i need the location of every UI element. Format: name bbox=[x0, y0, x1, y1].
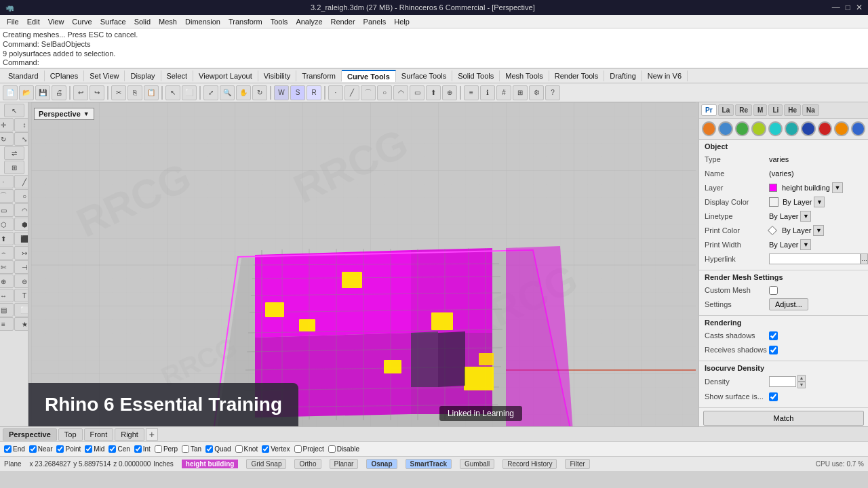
linetype-dropdown[interactable]: ▼ bbox=[800, 211, 811, 222]
color-btn-green[interactable] bbox=[735, 121, 749, 136]
extrude-left[interactable]: ⬆ bbox=[0, 232, 14, 245]
snap-project[interactable]: Project bbox=[294, 445, 324, 453]
filter-btn[interactable]: Filter bbox=[565, 459, 589, 469]
menu-item-analyze[interactable]: Analyze bbox=[292, 16, 326, 27]
print-width-dropdown[interactable]: ▼ bbox=[800, 239, 811, 250]
grid-icon[interactable]: # bbox=[496, 85, 511, 100]
menu-item-help[interactable]: Help bbox=[390, 16, 414, 27]
layer-icon[interactable]: ≡ bbox=[464, 85, 479, 100]
array-tool[interactable]: ⊞ bbox=[4, 161, 24, 174]
print-color-dropdown[interactable]: ▼ bbox=[813, 225, 824, 236]
offset-tool[interactable]: ↣ bbox=[14, 246, 28, 260]
view-tab-perspective[interactable]: Perspective bbox=[3, 428, 57, 441]
snap-checkbox-point[interactable] bbox=[56, 445, 64, 453]
paste-icon[interactable]: 📋 bbox=[144, 85, 159, 100]
menu-item-edit[interactable]: Edit bbox=[23, 16, 44, 27]
layer-dropdown-btn[interactable]: ▼ bbox=[832, 182, 843, 193]
toolbar-tab-curve-tools[interactable]: Curve Tools bbox=[342, 70, 396, 82]
gumball-tool[interactable]: ↕ bbox=[14, 118, 28, 131]
menu-item-mesh[interactable]: Mesh bbox=[155, 16, 181, 27]
named-left[interactable]: ★ bbox=[14, 317, 28, 331]
snap-checkbox-tan[interactable] bbox=[182, 445, 189, 453]
curve-draw[interactable]: ⌒ bbox=[0, 189, 14, 203]
help-icon[interactable]: ? bbox=[545, 85, 560, 100]
receives-shadows-checkbox[interactable] bbox=[769, 346, 778, 354]
snap-checkbox-int[interactable] bbox=[134, 445, 142, 453]
snap-knot[interactable]: Knot bbox=[235, 445, 258, 453]
settings-icon[interactable]: ⚙ bbox=[529, 85, 544, 100]
density-down[interactable]: ▼ bbox=[797, 382, 806, 388]
toolbar-tab-mesh-tools[interactable]: Mesh Tools bbox=[500, 70, 549, 81]
view-tab-top[interactable]: Top bbox=[58, 428, 83, 441]
snap-checkbox-vertex[interactable] bbox=[262, 445, 269, 453]
toolbar-tab-drafting[interactable]: Drafting bbox=[604, 70, 642, 81]
select-tool[interactable]: ↖ bbox=[4, 104, 24, 117]
snap-checkbox-disable[interactable] bbox=[328, 445, 336, 453]
snap-checkbox-perp[interactable] bbox=[155, 445, 162, 453]
select-icon[interactable]: ↖ bbox=[165, 85, 180, 100]
boolean-icon[interactable]: ⊕ bbox=[442, 85, 457, 100]
solid-draw[interactable]: ⬢ bbox=[14, 218, 28, 231]
toolbar-tab-visibility[interactable]: Visibility bbox=[258, 70, 297, 81]
point-draw[interactable]: · bbox=[0, 175, 14, 188]
viewport-dropdown-icon[interactable]: ▼ bbox=[83, 110, 90, 117]
close-button[interactable]: ✕ bbox=[856, 3, 863, 12]
snap-vertex[interactable]: Vertex bbox=[262, 445, 290, 453]
zoom-window-icon[interactable]: 🔍 bbox=[220, 85, 235, 100]
panel-tab-la[interactable]: La bbox=[718, 104, 734, 116]
hyperlink-browse-btn[interactable]: … bbox=[861, 253, 868, 264]
custom-mesh-checkbox[interactable] bbox=[769, 286, 778, 295]
ortho-btn[interactable]: Ortho bbox=[294, 459, 321, 469]
hyperlink-input[interactable] bbox=[769, 253, 861, 264]
color-btn-orange2[interactable] bbox=[834, 121, 848, 136]
density-input[interactable]: 1 bbox=[769, 376, 796, 387]
menu-item-render[interactable]: Render bbox=[327, 16, 359, 27]
extrude-icon[interactable]: ⬆ bbox=[426, 85, 441, 100]
snap-quad[interactable]: Quad bbox=[205, 445, 231, 453]
gumball-btn[interactable]: Gumball bbox=[460, 459, 494, 469]
snap-checkbox-cen[interactable] bbox=[108, 445, 116, 453]
window-select-icon[interactable]: ⬜ bbox=[182, 85, 197, 100]
minimize-button[interactable]: — bbox=[832, 3, 840, 12]
save-icon[interactable]: 💾 bbox=[35, 85, 50, 100]
adjust-button[interactable]: Adjust... bbox=[769, 298, 808, 310]
text-tool[interactable]: T bbox=[14, 289, 28, 302]
circle-draw[interactable]: ○ bbox=[14, 189, 28, 203]
snap-near[interactable]: Near bbox=[29, 445, 53, 453]
layer-left[interactable]: ≡ bbox=[0, 317, 14, 331]
snap-checkbox-near[interactable] bbox=[29, 445, 37, 453]
toolbar-tab-set-view[interactable]: Set View bbox=[84, 70, 125, 81]
panel-tab-na[interactable]: Na bbox=[802, 104, 819, 116]
color-btn-teal[interactable] bbox=[785, 121, 799, 136]
menu-item-transform[interactable]: Transform bbox=[224, 16, 267, 27]
polyline-icon[interactable]: ⌒ bbox=[361, 85, 376, 100]
toolbar-tab-viewport-layout[interactable]: Viewport Layout bbox=[193, 70, 258, 81]
pan-icon[interactable]: ✋ bbox=[236, 85, 251, 100]
menu-item-solid[interactable]: Solid bbox=[130, 16, 155, 27]
properties-icon[interactable]: ℹ bbox=[480, 85, 495, 100]
copy-icon[interactable]: ⎘ bbox=[127, 85, 142, 100]
redo-icon[interactable]: ↪ bbox=[90, 85, 104, 100]
undo-icon[interactable]: ↩ bbox=[73, 85, 88, 100]
move-tool[interactable]: ✛ bbox=[0, 118, 14, 131]
shaded-icon[interactable]: S bbox=[290, 85, 305, 100]
toolbar-tab-render-tools[interactable]: Render Tools bbox=[549, 70, 605, 81]
toolbar-tab-solid-tools[interactable]: Solid Tools bbox=[452, 70, 500, 81]
panel-tab-pr[interactable]: Pr bbox=[701, 104, 717, 116]
gridsnap-btn[interactable]: Grid Snap bbox=[246, 459, 286, 469]
snap-cen[interactable]: Cen bbox=[108, 445, 130, 453]
color-btn-cyan[interactable] bbox=[768, 121, 783, 136]
show-surface-checkbox[interactable] bbox=[769, 392, 778, 401]
viewport-label[interactable]: Perspective ▼ bbox=[34, 108, 94, 120]
density-up[interactable]: ▲ bbox=[797, 375, 806, 382]
view-tab-front[interactable]: Front bbox=[84, 428, 114, 441]
command-input[interactable] bbox=[42, 58, 865, 66]
color-btn-red[interactable] bbox=[818, 121, 832, 136]
snap-checkbox-end[interactable] bbox=[4, 445, 12, 453]
surface-draw[interactable]: ⬡ bbox=[0, 218, 14, 231]
circle-icon[interactable]: ○ bbox=[377, 85, 392, 100]
toolbar-tab-cplanes[interactable]: CPlanes bbox=[45, 70, 85, 81]
color-btn-orange[interactable] bbox=[702, 121, 716, 136]
toolbar-tab-display[interactable]: Display bbox=[125, 70, 161, 81]
rectangle-icon[interactable]: ▭ bbox=[410, 85, 425, 100]
